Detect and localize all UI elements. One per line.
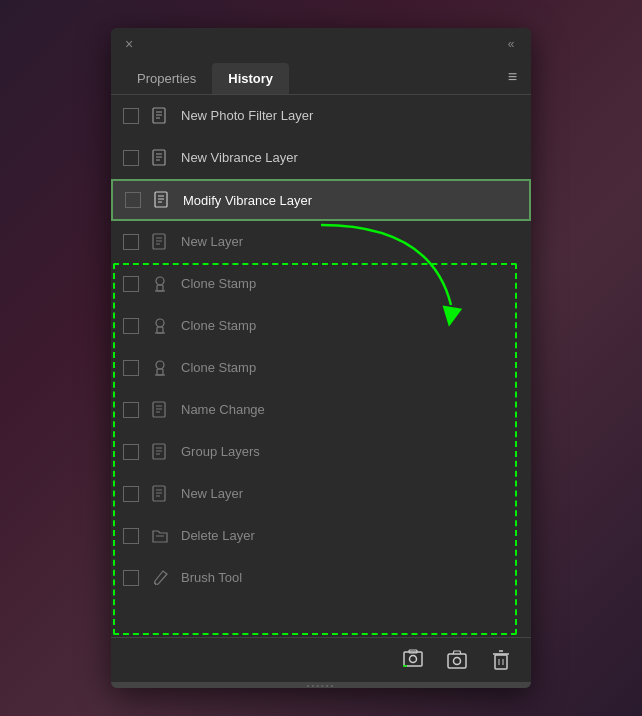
item-checkbox[interactable] bbox=[123, 402, 139, 418]
item-label: Name Change bbox=[181, 402, 519, 417]
document-icon bbox=[151, 189, 173, 211]
history-item[interactable]: Clone Stamp bbox=[111, 347, 531, 389]
document-icon bbox=[149, 147, 171, 169]
item-label: Delete Layer bbox=[181, 528, 519, 543]
svg-rect-18 bbox=[157, 285, 163, 291]
item-checkbox[interactable] bbox=[123, 150, 139, 166]
item-label: Clone Stamp bbox=[181, 276, 519, 291]
item-checkbox[interactable] bbox=[123, 528, 139, 544]
item-checkbox[interactable] bbox=[123, 570, 139, 586]
stamp-icon bbox=[149, 315, 171, 337]
history-item[interactable]: New Photo Filter Layer bbox=[111, 95, 531, 137]
item-label: Clone Stamp bbox=[181, 318, 519, 333]
item-checkbox[interactable] bbox=[123, 444, 139, 460]
history-item[interactable]: Clone Stamp bbox=[111, 263, 531, 305]
history-item[interactable]: Clone Stamp bbox=[111, 305, 531, 347]
document-icon bbox=[149, 441, 171, 463]
item-checkbox[interactable] bbox=[123, 360, 139, 376]
history-item[interactable]: New Layer bbox=[111, 473, 531, 515]
svg-point-44 bbox=[454, 658, 461, 665]
tab-bar: Properties History ≡ bbox=[111, 60, 531, 95]
history-item[interactable]: New Layer bbox=[111, 221, 531, 263]
collapse-button[interactable]: « bbox=[501, 36, 521, 52]
document-icon bbox=[149, 231, 171, 253]
tab-properties[interactable]: Properties bbox=[121, 63, 212, 94]
history-item[interactable]: Name Change bbox=[111, 389, 531, 431]
brush-icon bbox=[149, 567, 171, 589]
tab-history[interactable]: History bbox=[212, 63, 289, 94]
panel-menu-icon[interactable]: ≡ bbox=[504, 60, 521, 94]
stamp-icon bbox=[149, 273, 171, 295]
document-icon bbox=[149, 105, 171, 127]
svg-rect-21 bbox=[157, 327, 163, 333]
history-panel: × « Properties History ≡ New Photo Filte… bbox=[111, 28, 531, 688]
history-item[interactable]: Group Layers bbox=[111, 431, 531, 473]
history-item[interactable]: New Vibrance Layer bbox=[111, 137, 531, 179]
svg-rect-39 bbox=[404, 652, 422, 666]
folder-icon bbox=[149, 525, 171, 547]
item-label: Group Layers bbox=[181, 444, 519, 459]
resize-dots: •••••• bbox=[307, 681, 336, 689]
svg-point-23 bbox=[156, 361, 164, 369]
item-checkbox[interactable] bbox=[125, 192, 141, 208]
item-checkbox[interactable] bbox=[123, 318, 139, 334]
history-item-active[interactable]: Modify Vibrance Layer bbox=[111, 179, 531, 221]
item-checkbox[interactable] bbox=[123, 234, 139, 250]
svg-point-41 bbox=[410, 656, 417, 663]
item-label: Modify Vibrance Layer bbox=[183, 193, 517, 208]
item-label: New Photo Filter Layer bbox=[181, 108, 519, 123]
close-button[interactable]: × bbox=[121, 36, 137, 52]
svg-rect-43 bbox=[448, 654, 466, 668]
resize-handle[interactable]: •••••• bbox=[111, 682, 531, 688]
item-label: New Vibrance Layer bbox=[181, 150, 519, 165]
bottom-toolbar bbox=[111, 637, 531, 682]
item-label: New Layer bbox=[181, 234, 519, 249]
document-icon bbox=[149, 399, 171, 421]
title-bar: × « bbox=[111, 28, 531, 60]
history-item[interactable]: Delete Layer bbox=[111, 515, 531, 557]
svg-rect-45 bbox=[495, 655, 507, 669]
stamp-icon bbox=[149, 357, 171, 379]
history-list[interactable]: New Photo Filter Layer New Vibrance Laye… bbox=[111, 95, 531, 637]
svg-point-20 bbox=[156, 319, 164, 327]
item-label: Brush Tool bbox=[181, 570, 519, 585]
snapshot-button[interactable] bbox=[399, 646, 427, 674]
item-label: New Layer bbox=[181, 486, 519, 501]
item-checkbox[interactable] bbox=[123, 276, 139, 292]
history-item[interactable]: Brush Tool bbox=[111, 557, 531, 599]
document-icon bbox=[149, 483, 171, 505]
item-checkbox[interactable] bbox=[123, 108, 139, 124]
item-checkbox[interactable] bbox=[123, 486, 139, 502]
svg-point-17 bbox=[156, 277, 164, 285]
camera-button[interactable] bbox=[443, 646, 471, 674]
svg-rect-24 bbox=[157, 369, 163, 375]
delete-button[interactable] bbox=[487, 646, 515, 674]
item-label: Clone Stamp bbox=[181, 360, 519, 375]
